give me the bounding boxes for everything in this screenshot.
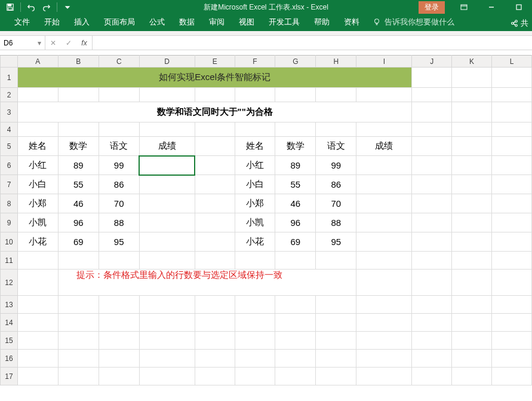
cell[interactable] — [356, 350, 412, 368]
tip-text[interactable]: 提示：条件格式里输入的行数要与选定区域保持一致 — [58, 270, 356, 296]
cell[interactable] — [452, 296, 492, 314]
cell[interactable]: 70 — [316, 194, 356, 213]
cell[interactable] — [412, 296, 452, 314]
fx-icon[interactable]: fx — [76, 39, 92, 47]
cell[interactable] — [412, 252, 452, 270]
minimize-icon[interactable] — [478, 0, 505, 14]
cell[interactable] — [195, 194, 235, 213]
cell[interactable] — [492, 175, 532, 194]
cell[interactable] — [58, 88, 99, 102]
cell[interactable] — [452, 175, 492, 194]
cell[interactable] — [139, 350, 195, 368]
formula-input[interactable] — [93, 36, 532, 50]
cell[interactable] — [17, 332, 58, 350]
cell[interactable] — [139, 194, 195, 213]
cell[interactable] — [452, 252, 492, 270]
cell[interactable] — [412, 213, 452, 232]
cell[interactable] — [492, 213, 532, 232]
cell[interactable] — [452, 368, 492, 385]
cell[interactable] — [492, 270, 532, 296]
cell[interactable] — [356, 332, 412, 350]
cell[interactable] — [235, 350, 275, 368]
tab-help[interactable]: 帮助 — [307, 13, 337, 31]
cell-header-math[interactable]: 数学 — [275, 137, 316, 156]
cell[interactable] — [17, 368, 58, 385]
cell[interactable]: 99 — [99, 156, 139, 175]
cell[interactable] — [492, 88, 532, 102]
cell[interactable] — [412, 175, 452, 194]
cell[interactable]: 55 — [275, 175, 316, 194]
cell[interactable]: 86 — [316, 175, 356, 194]
cell-header-math[interactable]: 数学 — [58, 137, 99, 156]
cell[interactable] — [139, 213, 195, 232]
cell[interactable] — [275, 252, 316, 270]
cell[interactable] — [195, 332, 235, 350]
cell[interactable] — [139, 88, 195, 102]
cell[interactable] — [356, 270, 412, 296]
cell[interactable] — [17, 123, 58, 137]
tab-pagelayout[interactable]: 页面布局 — [97, 13, 142, 31]
cell[interactable] — [275, 314, 316, 332]
cell[interactable]: 95 — [316, 232, 356, 252]
cell[interactable] — [452, 102, 492, 123]
tab-home[interactable]: 开始 — [37, 13, 67, 31]
cell[interactable] — [58, 123, 99, 137]
cell[interactable] — [195, 252, 235, 270]
cell[interactable] — [452, 156, 492, 175]
cell[interactable] — [99, 252, 139, 270]
save-icon[interactable] — [4, 1, 17, 13]
cell[interactable] — [492, 123, 532, 137]
cell[interactable] — [275, 350, 316, 368]
cell[interactable] — [58, 350, 99, 368]
cell[interactable] — [316, 350, 356, 368]
col-header[interactable]: K — [452, 56, 492, 68]
cell[interactable] — [195, 350, 235, 368]
cell[interactable] — [412, 368, 452, 385]
cell[interactable]: 69 — [275, 232, 316, 252]
cell[interactable]: 70 — [99, 194, 139, 213]
cell[interactable]: 89 — [58, 156, 99, 175]
cell[interactable] — [99, 368, 139, 385]
cell[interactable] — [235, 314, 275, 332]
row-header[interactable]: 13 — [1, 296, 18, 314]
cell[interactable] — [412, 102, 452, 123]
cell[interactable] — [412, 350, 452, 368]
cell[interactable] — [492, 368, 532, 385]
cell[interactable] — [195, 137, 235, 156]
maximize-icon[interactable] — [506, 0, 532, 14]
tab-resources[interactable]: 资料 — [337, 13, 367, 31]
cell[interactable] — [275, 332, 316, 350]
tab-insert[interactable]: 插入 — [67, 13, 97, 31]
cell[interactable] — [356, 156, 412, 175]
cell[interactable] — [412, 123, 452, 137]
cell[interactable] — [452, 232, 492, 252]
cell-header-grade[interactable]: 成绩 — [139, 137, 195, 156]
row-header[interactable]: 9 — [1, 213, 18, 232]
sheet-title[interactable]: 如何实现Excel条件智能标记 — [17, 68, 411, 88]
cell[interactable] — [492, 68, 532, 88]
ribbon-display-icon[interactable] — [451, 0, 477, 14]
col-header[interactable]: G — [275, 56, 316, 68]
tell-me[interactable]: 告诉我你想要做什么 — [367, 13, 460, 31]
cell[interactable] — [452, 332, 492, 350]
col-header[interactable]: D — [139, 56, 195, 68]
cell[interactable]: 88 — [99, 213, 139, 232]
cell[interactable] — [412, 156, 452, 175]
tab-view[interactable]: 视图 — [232, 13, 262, 31]
row-header[interactable]: 10 — [1, 232, 18, 252]
cell[interactable] — [492, 350, 532, 368]
share-button[interactable]: 共 — [510, 18, 528, 29]
cell[interactable] — [99, 296, 139, 314]
row-header[interactable]: 7 — [1, 175, 18, 194]
cell[interactable] — [356, 252, 412, 270]
cell[interactable]: 99 — [316, 156, 356, 175]
cell-header-grade[interactable]: 成绩 — [356, 137, 412, 156]
cell[interactable] — [58, 296, 99, 314]
cell[interactable]: 小白 — [235, 175, 275, 194]
cell[interactable] — [492, 102, 532, 123]
cell[interactable] — [356, 296, 412, 314]
cell[interactable] — [412, 88, 452, 102]
cell[interactable] — [139, 314, 195, 332]
undo-icon[interactable] — [24, 1, 38, 13]
cell[interactable] — [195, 123, 235, 137]
